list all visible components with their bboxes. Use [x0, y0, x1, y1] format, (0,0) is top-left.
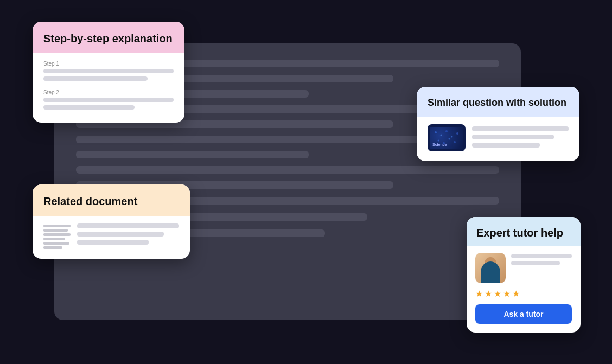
step-2-label: Step 2 — [43, 90, 174, 95]
step-2-section: Step 2 — [43, 90, 174, 113]
star-rating: ★ ★ ★ ★ ★ — [475, 289, 572, 299]
similar-line-2 — [472, 135, 554, 139]
expert-tutor-body: ★ ★ ★ ★ ★ Ask a tutor — [467, 246, 581, 333]
similar-question-title: Similar question with solution — [428, 97, 569, 109]
related-content-lines — [77, 223, 179, 245]
step-2-lines — [43, 98, 174, 110]
tutor-line-2 — [511, 261, 560, 265]
tutor-photo — [475, 253, 506, 283]
step-by-step-title: Step-by-step explanation — [43, 31, 174, 46]
doc-line-2 — [43, 229, 68, 232]
science-thumb-inner: Science — [430, 127, 463, 149]
step-by-step-body: Step 1 Step 2 — [33, 53, 184, 123]
content-line-8 — [76, 166, 499, 174]
svg-point-8 — [454, 141, 456, 143]
svg-point-4 — [456, 132, 458, 135]
related-document-body — [33, 216, 190, 259]
step-1-line-2 — [43, 76, 148, 81]
ask-tutor-button[interactable]: Ask a tutor — [475, 304, 572, 324]
step-by-step-card: Step-by-step explanation Step 1 Step 2 — [33, 22, 184, 123]
svg-point-2 — [445, 130, 448, 132]
tutor-photo-body — [481, 261, 500, 283]
doc-line-5 — [43, 242, 69, 245]
step-1-lines — [43, 69, 174, 81]
expert-tutor-card: Expert tutor help ★ ★ ★ ★ ★ Ask a tutor — [467, 217, 581, 333]
expert-tutor-title: Expert tutor help — [476, 226, 571, 240]
tutor-line-1 — [511, 254, 572, 258]
related-document-header: Related document — [33, 184, 190, 216]
star-3: ★ — [494, 289, 501, 299]
similar-line-3 — [472, 143, 540, 148]
svg-point-6 — [443, 142, 445, 144]
related-document-title: Related document — [43, 194, 179, 208]
related-document-card: Related document — [33, 184, 190, 259]
step-1-section: Step 1 — [43, 61, 174, 84]
star-1: ★ — [475, 289, 483, 299]
svg-point-5 — [438, 140, 439, 142]
related-line-2 — [77, 232, 164, 237]
svg-point-1 — [441, 135, 442, 136]
doc-line-3 — [43, 233, 71, 236]
similar-line-1 — [472, 126, 569, 131]
doc-line-6 — [43, 246, 62, 249]
related-line-1 — [77, 223, 179, 228]
document-icon — [43, 223, 71, 249]
star-4: ★ — [503, 289, 511, 299]
similar-question-header: Similar question with solution — [417, 87, 579, 117]
related-line-3 — [77, 240, 149, 245]
tutor-info-section — [475, 253, 572, 283]
doc-line-4 — [43, 238, 65, 240]
star-2: ★ — [484, 289, 492, 299]
expert-tutor-header: Expert tutor help — [467, 217, 581, 246]
svg-point-3 — [451, 136, 453, 138]
content-line-7 — [76, 151, 309, 158]
step-1-label: Step 1 — [43, 61, 174, 67]
svg-point-7 — [449, 138, 450, 140]
star-5: ★ — [512, 289, 520, 299]
svg-point-0 — [435, 131, 437, 133]
similar-question-card: Similar question with solution Science — [417, 87, 579, 161]
step-2-line-1 — [43, 98, 174, 102]
step-2-line-2 — [43, 105, 135, 110]
science-thumbnail: Science — [428, 124, 466, 151]
similar-question-body: Science — [417, 117, 579, 161]
doc-line-1 — [43, 225, 71, 227]
step-by-step-header: Step-by-step explanation — [33, 22, 184, 53]
similar-content-lines — [472, 124, 569, 148]
tutor-content-lines — [511, 253, 572, 265]
step-1-line-1 — [43, 69, 174, 73]
science-dots-svg — [430, 127, 463, 149]
